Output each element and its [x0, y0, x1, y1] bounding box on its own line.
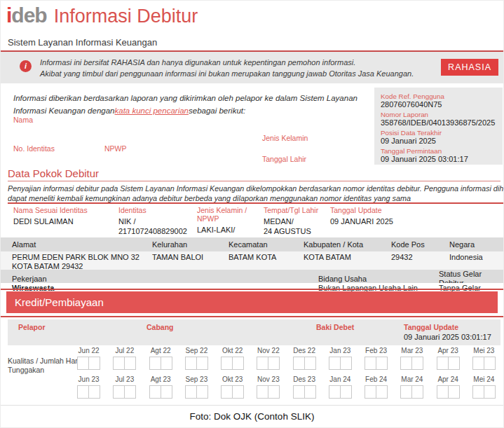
month-column: Mei 23 [466, 347, 502, 370]
month-label: Jun 23 [71, 375, 107, 383]
quality-box [113, 357, 125, 370]
month-label: Jul 22 [107, 347, 142, 354]
system-subtitle: Sistem Layanan Informasi Keuangan [8, 37, 157, 48]
table-cell: Kabupaten / Kota [304, 240, 391, 249]
month-column: Agt 22 [143, 347, 179, 370]
quality-box [365, 385, 376, 399]
month-column: Des 23 [287, 375, 322, 399]
kredit-top-divider [1, 289, 503, 290]
quality-box [221, 357, 233, 370]
month-label: Jan 24 [322, 375, 358, 383]
quality-box [484, 385, 496, 399]
quality-box [185, 357, 197, 370]
identity-cell-label: Tanggal Update [330, 206, 503, 214]
quality-box [472, 357, 484, 370]
kualitas-label-line1: Kualitas / Jumlah Hari [8, 357, 79, 366]
quality-box [257, 385, 268, 399]
month-column: Nov 23 [250, 375, 286, 399]
quality-box [113, 385, 125, 399]
quality-box-pair [437, 385, 460, 399]
quality-box-pair [221, 357, 244, 370]
month-label: Feb 23 [358, 347, 394, 354]
quality-box [365, 357, 376, 370]
tanggal-update-label: Tanggal Update [404, 323, 458, 331]
table-cell: Kecamatan [229, 240, 304, 249]
month-label: Okt 23 [214, 375, 250, 383]
month-column: Des 22 [287, 347, 322, 370]
month-column: Jun 22 [71, 347, 107, 370]
description-line1: Penyajian informasi debitur pada Sistem … [8, 184, 503, 194]
search-keyword-link[interactable]: kata kunci pencarian [115, 106, 189, 115]
reference-item-value: 09 Januari 2025 03:01:17 [381, 155, 496, 164]
quality-box-pair [437, 357, 460, 370]
month-label: Mar 23 [394, 347, 430, 354]
month-column: Feb 24 [358, 375, 394, 399]
identity-cell-value: NIK / 2171072408829002 [118, 216, 197, 236]
quality-box [448, 357, 460, 370]
rahasia-badge: RAHASIA [441, 59, 498, 76]
quality-box [221, 385, 233, 399]
month-column: Okt 23 [214, 375, 250, 399]
nama-label: Nama [13, 116, 33, 124]
quality-box-pair [149, 357, 172, 370]
pelapor-label: Pelapor [18, 323, 46, 331]
month-column: Mei 24 [466, 375, 502, 399]
month-label: Feb 24 [358, 375, 394, 383]
table-cell: Negara [449, 240, 503, 249]
quality-box-pair [329, 357, 352, 370]
quality-box-pair [365, 385, 388, 399]
month-column: Jul 22 [107, 347, 142, 370]
quality-box-pair [113, 357, 136, 370]
quality-box-pair [400, 385, 423, 399]
month-label: Des 23 [287, 375, 322, 383]
quality-box [411, 385, 423, 399]
job-header-row: Pekerjaan Bidang Usaha Status Gelar Debi… [1, 270, 503, 283]
data-pokok-description: Penyajian informasi debitur pada Sistem … [8, 184, 503, 203]
npwp-label: NPWP [104, 144, 127, 153]
month-label: Apr 23 [430, 347, 466, 354]
quality-box-pair [257, 385, 280, 399]
confidential-banner: i Informasi ini bersifat RAHASIA dan han… [1, 52, 503, 83]
quality-box [161, 385, 172, 399]
month-label: Mar 24 [394, 375, 430, 383]
identity-cell-value: 09 JANUARI 2025 [330, 216, 503, 226]
month-label: Agt 23 [143, 375, 179, 383]
reference-item: Kode Ref. Pengguna 28076076040N75 [381, 92, 496, 109]
jenis-kelamin-label: Jenis Kelamin [262, 134, 308, 142]
months-row-2: Jun 23 Jul 23 Agt 23 Sep 23 Okt 23 Nov 2… [71, 375, 502, 399]
quality-box-pair [113, 385, 136, 399]
kualitas-label-line2: Tunggakan [8, 366, 79, 375]
quality-box [196, 385, 208, 399]
quality-box [268, 357, 280, 370]
quality-box-pair [257, 357, 280, 370]
month-column: Nov 22 [250, 347, 286, 370]
quality-box-pair [293, 357, 316, 370]
month-label: Okt 22 [214, 347, 250, 354]
cabang-label: Cabang [147, 323, 174, 331]
month-label: Jan 23 [322, 347, 358, 354]
month-label: Jul 23 [107, 375, 142, 383]
heading-underline [8, 181, 500, 181]
months-row-1: Jun 22 Jul 22 Agt 22 Sep 22 Okt 22 Nov 2… [71, 347, 502, 370]
quality-box [437, 357, 449, 370]
data-pokok-heading: Data Pokok Debitur [8, 167, 99, 179]
quality-box [77, 357, 89, 370]
reference-item-label: Kode Ref. Pengguna [381, 92, 496, 100]
quality-box [340, 385, 352, 399]
quality-box [161, 357, 172, 370]
quality-box [329, 385, 341, 399]
month-label: Mei 24 [466, 375, 502, 383]
search-info-after: sebagai berikut: [189, 106, 245, 115]
kredit-detail-box: Pelapor Cabang Baki Debet Tanggal Update… [8, 319, 500, 345]
quality-box [196, 357, 208, 370]
info-icon: i [20, 60, 32, 72]
quality-box [268, 385, 280, 399]
month-label: Agt 22 [143, 347, 179, 354]
month-label: Des 22 [287, 347, 322, 354]
quality-box-pair [77, 357, 100, 370]
tanggal-update-value: 09 Januari 2025 03:01:17 [404, 333, 491, 341]
reference-item: Nomor Laporan 358768/IDEB/04013936875/20… [381, 111, 496, 127]
month-label: Mei 23 [466, 347, 502, 354]
reference-item-value: 358768/IDEB/04013936875/2025 [381, 118, 496, 127]
quality-box [448, 385, 460, 399]
